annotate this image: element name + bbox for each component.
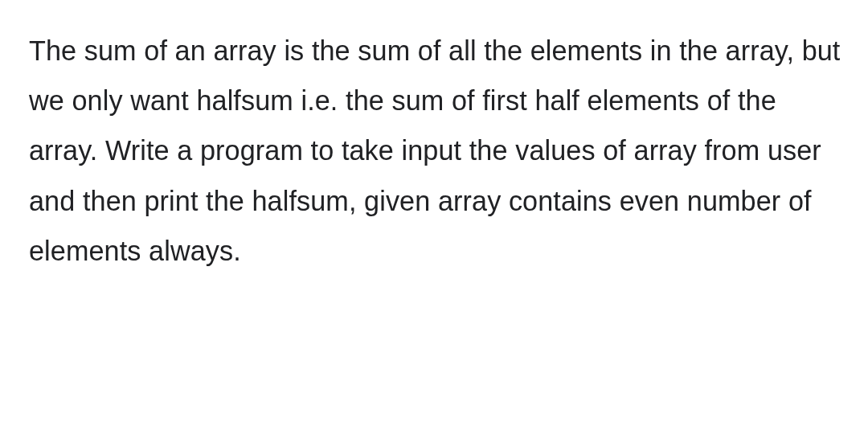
problem-statement-text: The sum of an array is the sum of all th… [29,26,841,276]
